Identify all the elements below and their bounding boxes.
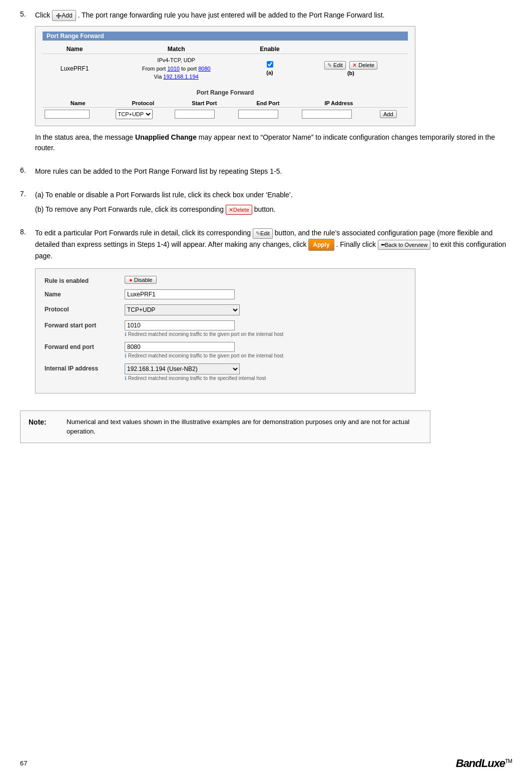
step-5-number: 5.	[20, 10, 35, 18]
step-6-content: More rules can be added to the Port Rang…	[35, 166, 512, 181]
config-end-port-hint: Redirect matched incoming traffic to the…	[125, 353, 406, 358]
step-5-intro: Click	[35, 11, 50, 19]
row-match: IPv4-TCP, UDP From port 1010 to port 808…	[107, 54, 246, 83]
step-5-content: Click Add . The port range forwarding ru…	[35, 10, 512, 157]
config-name-input[interactable]	[125, 289, 235, 299]
label-b: (b)	[347, 70, 354, 76]
step-5-text: Click Add . The port range forwarding ru…	[35, 10, 512, 21]
config-value-ip: 192.168.1.194 (User-NB2) Redirect matche…	[125, 363, 406, 381]
form-col-name: Name	[43, 99, 114, 108]
label-a: (a)	[266, 70, 273, 76]
config-value-end-port: Redirect matched incoming traffic to the…	[125, 342, 406, 358]
row-name: LuxePRF1	[43, 54, 107, 83]
page-number: 67	[20, 759, 27, 767]
config-value-protocol: TCP+UDP	[125, 304, 406, 315]
col-name: Name	[43, 45, 107, 54]
config-label-enabled: Rule is enabled	[45, 276, 125, 284]
config-label-start-port: Forward start port	[45, 320, 125, 329]
step-8-number: 8.	[20, 228, 35, 236]
step-7-number: 7.	[20, 190, 35, 198]
config-row-enabled: Rule is enabled Disable	[45, 276, 406, 284]
step-5-note: In the status area, the message Unapplie…	[35, 132, 512, 153]
config-label-protocol: Protocol	[45, 304, 125, 313]
form-col-end: End Port	[236, 99, 300, 108]
config-row-ip: Internal IP address 192.168.1.194 (User-…	[45, 363, 406, 381]
bandluxe-logo: BandLuxeTM	[456, 757, 512, 770]
form-end-port-input[interactable]	[238, 110, 278, 119]
edit-button-inline[interactable]: Edit	[253, 228, 273, 239]
config-label-end-port: Forward end port	[45, 342, 125, 350]
table-row: LuxePRF1 IPv4-TCP, UDP From port 1010 to…	[43, 54, 408, 83]
form-ip-input[interactable]	[302, 110, 352, 119]
prf-form-table: Name Protocol Start Port End Port IP Add…	[43, 99, 408, 121]
step-5: 5. Click Add . The port range forwarding…	[20, 10, 512, 157]
step-8-content: To edit a particular Port Forwards rule …	[35, 228, 512, 399]
config-label-ip: Internal IP address	[45, 363, 125, 372]
delete-button-inline[interactable]: Delete	[226, 205, 252, 215]
config-label-name: Name	[45, 289, 125, 298]
form-col-start: Start Port	[173, 99, 236, 108]
enable-checkbox[interactable]	[267, 61, 273, 68]
step-6-text: More rules can be added to the Port Rang…	[35, 166, 512, 177]
back-to-overview-button[interactable]: Back to Overview	[378, 240, 431, 250]
config-start-port-input[interactable]	[125, 320, 235, 330]
form-col-add	[378, 99, 408, 108]
step-7-content: (a) To enable or disable a Port Forwards…	[35, 190, 512, 219]
form-col-protocol: Protocol	[114, 99, 173, 108]
config-ip-select[interactable]: 192.168.1.194 (User-NB2)	[125, 363, 240, 374]
prf-table-title: Port Range Forward	[43, 32, 408, 41]
delete-button[interactable]: Delete	[349, 61, 377, 70]
edit-button[interactable]: Edit	[324, 61, 346, 70]
step-6-number: 6.	[20, 166, 35, 174]
prf-top-table: Name Match Enable LuxePRF1 IPv4-TCP, UDP…	[43, 45, 408, 83]
config-start-port-hint: Redirect matched incoming traffic to the…	[125, 331, 406, 337]
row-actions: Edit Delete (b)	[294, 54, 408, 83]
trademark-symbol: TM	[505, 758, 512, 764]
step-5-after: . The port range forwarding rule you hav…	[78, 11, 384, 19]
note-box: Note: Numerical and text values shown in…	[20, 411, 430, 443]
config-end-port-input[interactable]	[125, 342, 235, 352]
form-protocol-select[interactable]: TCP+UDP	[116, 109, 153, 119]
config-value-enabled: Disable	[125, 276, 406, 284]
prf-form-title: Port Range Forward	[43, 89, 408, 96]
form-row: TCP+UDP Add	[43, 107, 408, 121]
config-row-protocol: Protocol TCP+UDP	[45, 304, 406, 315]
prf-table-container: Port Range Forward Name Match Enable Lux…	[35, 26, 415, 126]
config-row-end-port: Forward end port Redirect matched incomi…	[45, 342, 406, 358]
step-8: 8. To edit a particular Port Forwards ru…	[20, 228, 512, 399]
config-protocol-select[interactable]: TCP+UDP	[125, 304, 240, 315]
add-button-inline[interactable]: Add	[52, 10, 76, 21]
config-value-name	[125, 289, 406, 299]
form-col-ip: IP Address	[300, 99, 378, 108]
config-row-name: Name	[45, 289, 406, 299]
col-match: Match	[107, 45, 246, 54]
note-label: Note:	[29, 417, 59, 426]
col-enable: Enable	[246, 45, 294, 54]
config-value-start-port: Redirect matched incoming traffic to the…	[125, 320, 406, 337]
step-7: 7. (a) To enable or disable a Port Forwa…	[20, 190, 512, 219]
form-add-button[interactable]: Add	[380, 110, 397, 118]
step-7b-text: (b) To remove any Port Forwards rule, cl…	[35, 204, 512, 215]
note-text: Numerical and text values shown in the i…	[67, 417, 422, 437]
col-actions	[294, 45, 408, 54]
step-7a-text: (a) To enable or disable a Port Forwards…	[35, 190, 512, 200]
config-panel: Rule is enabled Disable Name Protocol TC…	[35, 268, 415, 394]
row-enable[interactable]: (a)	[246, 54, 294, 83]
config-ip-hint: Redirect matched incoming traffic to the…	[125, 375, 406, 381]
step-8-text: To edit a particular Port Forwards rule …	[35, 228, 512, 261]
apply-button[interactable]: Apply	[308, 239, 334, 251]
disable-button[interactable]: Disable	[125, 276, 157, 284]
config-row-start-port: Forward start port Redirect matched inco…	[45, 320, 406, 337]
form-name-input[interactable]	[45, 110, 90, 119]
form-start-port-input[interactable]	[175, 110, 215, 119]
step-6: 6. More rules can be added to the Port R…	[20, 166, 512, 181]
